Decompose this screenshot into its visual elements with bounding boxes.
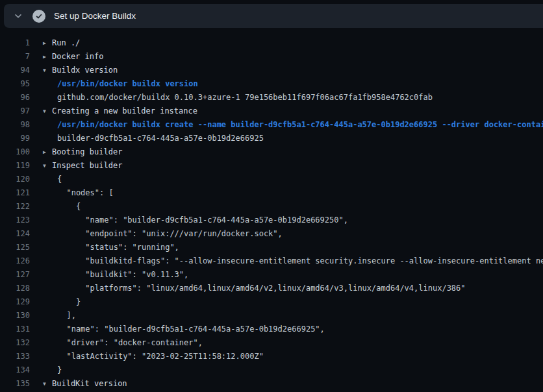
log-line: 131 "name": "builder-d9cfb5a1-c764-445a-… [0, 323, 543, 336]
triangle-right-icon[interactable]: ▶ [43, 50, 52, 64]
triangle-down-icon[interactable]: ▼ [43, 159, 52, 173]
line-number[interactable]: 130 [0, 309, 30, 323]
log-group-header[interactable]: ▶Run ./ [43, 36, 80, 50]
line-number[interactable]: 128 [0, 282, 30, 295]
log-text: "lastActivity": "2023-02-25T11:58:12.000… [57, 350, 264, 363]
triangle-down-icon[interactable]: ▼ [43, 64, 52, 77]
log-line: 126 "buildkitd-flags": "--allow-insecure… [0, 254, 543, 268]
line-number[interactable]: 95 [0, 77, 30, 91]
log-line: 94▼Buildx version [0, 64, 543, 77]
line-number[interactable]: 123 [0, 214, 30, 227]
log-text: } [57, 295, 81, 309]
triangle-down-icon[interactable]: ▼ [43, 104, 52, 118]
group-title[interactable]: Inspect builder [52, 161, 122, 170]
log-line: 98/usr/bin/docker buildx create --name b… [0, 118, 543, 132]
group-title[interactable]: BuildKit version [52, 379, 127, 388]
log-line: 135▼BuildKit version [0, 377, 543, 391]
log-line: 1▶Run ./ [0, 36, 543, 50]
log-text: "status": "running", [57, 241, 179, 254]
log-text: { [57, 200, 81, 214]
log-text: } [57, 363, 62, 377]
log-line: 121 "nodes": [ [0, 186, 543, 200]
log-text: /usr/bin/docker buildx version [57, 77, 198, 91]
group-title[interactable]: Buildx version [52, 66, 118, 75]
line-number[interactable]: 98 [0, 118, 30, 132]
log-line: 129 } [0, 295, 543, 309]
log-text: github.com/docker/buildx 0.10.3+azure-1 … [57, 91, 433, 104]
line-number[interactable]: 96 [0, 91, 30, 104]
step-title: Set up Docker Buildx [54, 11, 136, 21]
log-line: 125 "status": "running", [0, 241, 543, 254]
log-line: 100▶Booting builder [0, 145, 543, 159]
chevron-down-icon[interactable] [13, 11, 23, 21]
line-number[interactable]: 127 [0, 268, 30, 282]
log-line: 99builder-d9cfb5a1-c764-445a-a57e-0b19d2… [0, 132, 543, 145]
log-line: 133 "lastActivity": "2023-02-25T11:58:12… [0, 350, 543, 363]
group-title[interactable]: Booting builder [52, 147, 122, 156]
line-number[interactable]: 135 [0, 377, 30, 391]
line-number[interactable]: 129 [0, 295, 30, 309]
log-line: 132 "driver": "docker-container", [0, 336, 543, 350]
log-group-header[interactable]: ▶Booting builder [43, 145, 122, 159]
log-line: 7▶Docker info [0, 50, 543, 64]
log-line: 119▼Inspect builder [0, 159, 543, 173]
line-number[interactable]: 1 [0, 36, 30, 50]
log-text: builder-d9cfb5a1-c764-445a-a57e-0b19d2e6… [57, 132, 264, 145]
log-line: 123 "name": "builder-d9cfb5a1-c764-445a-… [0, 214, 543, 227]
line-number[interactable]: 122 [0, 200, 30, 214]
log: 1▶Run ./7▶Docker info94▼Buildx version95… [0, 28, 543, 392]
log-text: "driver": "docker-container", [57, 336, 203, 350]
log-text: { [57, 173, 62, 186]
log-group-header[interactable]: ▼Inspect builder [43, 159, 122, 173]
group-title[interactable]: Run ./ [52, 38, 80, 47]
log-group-header[interactable]: ▶Docker info [43, 50, 103, 64]
triangle-down-icon[interactable]: ▼ [43, 377, 52, 391]
log-text: "endpoint": "unix:///var/run/docker.sock… [57, 227, 283, 241]
line-number[interactable]: 134 [0, 363, 30, 377]
log-text: "buildkitd-flags": "--allow-insecure-ent… [57, 254, 543, 268]
group-title[interactable]: Creating a new builder instance [52, 106, 197, 116]
line-number[interactable]: 126 [0, 254, 30, 268]
line-number[interactable]: 131 [0, 323, 30, 336]
log-text: "buildkit": "v0.11.3", [57, 268, 188, 282]
line-number[interactable]: 97 [0, 104, 30, 118]
log-line: 122 { [0, 200, 543, 214]
log-line: 130 ], [0, 309, 543, 323]
line-number[interactable]: 7 [0, 50, 30, 64]
log-line: 97▼Creating a new builder instance [0, 104, 543, 118]
log-group-header[interactable]: ▼BuildKit version [43, 377, 127, 391]
log-text: "nodes": [ [57, 186, 114, 200]
line-number[interactable]: 133 [0, 350, 30, 363]
step-header[interactable]: Set up Docker Buildx [4, 4, 543, 28]
log-group-header[interactable]: ▼Creating a new builder instance [43, 104, 197, 118]
log-line: 124 "endpoint": "unix:///var/run/docker.… [0, 227, 543, 241]
log-line: 134} [0, 363, 543, 377]
line-number[interactable]: 119 [0, 159, 30, 173]
log-line: 128 "platforms": "linux/amd64,linux/amd6… [0, 282, 543, 295]
log-text: /usr/bin/docker buildx create --name bui… [57, 118, 543, 132]
triangle-right-icon[interactable]: ▶ [43, 145, 52, 159]
log-group-header[interactable]: ▼Buildx version [43, 64, 118, 77]
line-number[interactable]: 121 [0, 186, 30, 200]
line-number[interactable]: 94 [0, 64, 30, 77]
line-number[interactable]: 99 [0, 132, 30, 145]
check-circle-icon [32, 10, 45, 23]
log-text: "name": "builder-d9cfb5a1-c764-445a-a57e… [57, 214, 348, 227]
log-line: 96github.com/docker/buildx 0.10.3+azure-… [0, 91, 543, 104]
line-number[interactable]: 100 [0, 145, 30, 159]
triangle-right-icon[interactable]: ▶ [43, 36, 52, 50]
group-title[interactable]: Docker info [52, 52, 103, 61]
line-number[interactable]: 124 [0, 227, 30, 241]
log-line: 95/usr/bin/docker buildx version [0, 77, 543, 91]
log-text: "name": "builder-d9cfb5a1-c764-445a-a57e… [57, 323, 325, 336]
log-line: 127 "buildkit": "v0.11.3", [0, 268, 543, 282]
line-number[interactable]: 120 [0, 173, 30, 186]
line-number[interactable]: 125 [0, 241, 30, 254]
line-number[interactable]: 132 [0, 336, 30, 350]
log-text: "platforms": "linux/amd64,linux/amd64/v2… [57, 282, 466, 295]
log-line: 120{ [0, 173, 543, 186]
log-text: ], [57, 309, 76, 323]
